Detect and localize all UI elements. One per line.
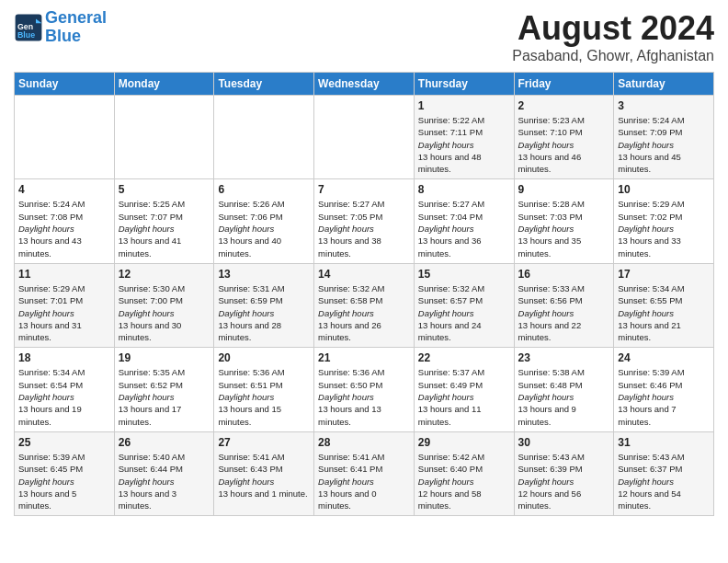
col-header-wednesday: Wednesday [314,73,415,96]
day-cell: 10 Sunrise: 5:29 AMSunset: 7:02 PMDaylig… [614,179,714,263]
day-cell: 9 Sunrise: 5:28 AMSunset: 7:03 PMDayligh… [514,179,614,263]
day-info: Sunrise: 5:30 AMSunset: 7:00 PMDaylight … [119,282,210,343]
day-number: 27 [218,436,310,449]
day-number: 21 [318,351,410,364]
day-cell: 1 Sunrise: 5:22 AMSunset: 7:11 PMDayligh… [414,96,514,179]
day-cell: 29 Sunrise: 5:42 AMSunset: 6:40 PMDaylig… [414,431,514,515]
day-number: 8 [418,183,510,196]
day-info: Sunrise: 5:24 AMSunset: 7:09 PMDaylight … [618,114,710,175]
day-cell: 5 Sunrise: 5:25 AMSunset: 7:07 PMDayligh… [114,179,214,263]
day-cell: 13 Sunrise: 5:31 AMSunset: 6:59 PMDaylig… [214,263,314,347]
day-info: Sunrise: 5:24 AMSunset: 7:08 PMDaylight … [18,198,110,259]
day-cell: 3 Sunrise: 5:24 AMSunset: 7:09 PMDayligh… [614,96,714,179]
day-info: Sunrise: 5:33 AMSunset: 6:56 PMDaylight … [518,282,610,343]
day-info: Sunrise: 5:29 AMSunset: 7:02 PMDaylight … [618,198,710,259]
day-info: Sunrise: 5:40 AMSunset: 6:44 PMDaylight … [119,451,210,511]
day-cell: 23 Sunrise: 5:38 AMSunset: 6:48 PMDaylig… [514,348,614,431]
day-number: 2 [518,99,610,112]
day-number: 16 [518,268,610,281]
day-info: Sunrise: 5:39 AMSunset: 6:46 PMDaylight … [618,366,710,427]
day-number: 15 [418,268,510,281]
day-info: Sunrise: 5:22 AMSunset: 7:11 PMDaylight … [418,114,510,175]
day-number: 25 [18,436,110,449]
day-number: 22 [418,351,510,364]
day-info: Sunrise: 5:37 AMSunset: 6:49 PMDaylight … [418,366,510,427]
col-header-tuesday: Tuesday [214,73,314,96]
day-cell: 22 Sunrise: 5:37 AMSunset: 6:49 PMDaylig… [414,348,514,431]
day-info: Sunrise: 5:34 AMSunset: 6:54 PMDaylight … [18,366,110,427]
day-info: Sunrise: 5:23 AMSunset: 7:10 PMDaylight … [518,114,610,175]
day-cell: 28 Sunrise: 5:41 AMSunset: 6:41 PMDaylig… [314,431,415,515]
day-info: Sunrise: 5:29 AMSunset: 7:01 PMDaylight … [18,282,110,343]
day-cell: 30 Sunrise: 5:43 AMSunset: 6:39 PMDaylig… [514,431,614,515]
calendar-table: SundayMondayTuesdayWednesdayThursdayFrid… [14,72,714,516]
day-info: Sunrise: 5:27 AMSunset: 7:04 PMDaylight … [418,198,510,259]
logo: Gen Blue GeneralBlue [14,9,107,46]
day-number: 23 [518,351,610,364]
day-info: Sunrise: 5:39 AMSunset: 6:45 PMDaylight … [18,451,110,511]
day-info: Sunrise: 5:35 AMSunset: 6:52 PMDaylight … [119,366,210,427]
title-block: August 2024 Pasaband, Ghowr, Afghanistan [512,9,714,64]
day-cell: 25 Sunrise: 5:39 AMSunset: 6:45 PMDaylig… [15,431,115,515]
day-number: 12 [119,268,210,281]
day-number: 9 [518,183,610,196]
day-number: 24 [618,351,710,364]
day-number: 13 [218,268,310,281]
day-info: Sunrise: 5:42 AMSunset: 6:40 PMDaylight … [418,451,510,511]
day-cell [15,96,115,179]
day-number: 5 [119,183,210,196]
day-number: 20 [218,351,310,364]
day-cell: 19 Sunrise: 5:35 AMSunset: 6:52 PMDaylig… [114,348,214,431]
day-cell: 11 Sunrise: 5:29 AMSunset: 7:01 PMDaylig… [15,263,115,347]
day-cell: 20 Sunrise: 5:36 AMSunset: 6:51 PMDaylig… [214,348,314,431]
day-info: Sunrise: 5:31 AMSunset: 6:59 PMDaylight … [218,282,310,343]
day-cell: 21 Sunrise: 5:36 AMSunset: 6:50 PMDaylig… [314,348,415,431]
day-number: 11 [18,268,110,281]
day-number: 4 [18,183,110,196]
day-number: 3 [618,99,710,112]
day-number: 17 [618,268,710,281]
week-row-1: 1 Sunrise: 5:22 AMSunset: 7:11 PMDayligh… [15,96,714,179]
day-cell [114,96,214,179]
day-number: 28 [318,436,410,449]
day-info: Sunrise: 5:36 AMSunset: 6:51 PMDaylight … [218,366,310,427]
day-cell: 16 Sunrise: 5:33 AMSunset: 6:56 PMDaylig… [514,263,614,347]
day-info: Sunrise: 5:25 AMSunset: 7:07 PMDaylight … [119,198,210,259]
col-header-saturday: Saturday [614,73,714,96]
day-cell: 15 Sunrise: 5:32 AMSunset: 6:57 PMDaylig… [414,263,514,347]
day-info: Sunrise: 5:27 AMSunset: 7:05 PMDaylight … [318,198,410,259]
day-cell: 4 Sunrise: 5:24 AMSunset: 7:08 PMDayligh… [15,179,115,263]
header-row: SundayMondayTuesdayWednesdayThursdayFrid… [15,73,714,96]
day-info: Sunrise: 5:41 AMSunset: 6:43 PMDaylight … [218,451,310,500]
col-header-friday: Friday [514,73,614,96]
day-cell: 7 Sunrise: 5:27 AMSunset: 7:05 PMDayligh… [314,179,415,263]
day-number: 26 [119,436,210,449]
day-info: Sunrise: 5:36 AMSunset: 6:50 PMDaylight … [318,366,410,427]
day-info: Sunrise: 5:43 AMSunset: 6:37 PMDaylight … [618,451,710,511]
day-cell: 14 Sunrise: 5:32 AMSunset: 6:58 PMDaylig… [314,263,415,347]
week-row-3: 11 Sunrise: 5:29 AMSunset: 7:01 PMDaylig… [15,263,714,347]
day-info: Sunrise: 5:26 AMSunset: 7:06 PMDaylight … [218,198,310,259]
week-row-2: 4 Sunrise: 5:24 AMSunset: 7:08 PMDayligh… [15,179,714,263]
logo-icon: Gen Blue [14,13,43,42]
col-header-thursday: Thursday [414,73,514,96]
day-info: Sunrise: 5:41 AMSunset: 6:41 PMDaylight … [318,451,410,511]
day-cell: 27 Sunrise: 5:41 AMSunset: 6:43 PMDaylig… [214,431,314,515]
day-cell: 18 Sunrise: 5:34 AMSunset: 6:54 PMDaylig… [15,348,115,431]
logo-text: GeneralBlue [45,9,107,46]
col-header-monday: Monday [114,73,214,96]
day-number: 19 [119,351,210,364]
day-cell: 24 Sunrise: 5:39 AMSunset: 6:46 PMDaylig… [614,348,714,431]
col-header-sunday: Sunday [15,73,115,96]
day-cell: 17 Sunrise: 5:34 AMSunset: 6:55 PMDaylig… [614,263,714,347]
week-row-4: 18 Sunrise: 5:34 AMSunset: 6:54 PMDaylig… [15,348,714,431]
location-title: Pasaband, Ghowr, Afghanistan [512,48,714,64]
day-number: 14 [318,268,410,281]
day-cell: 2 Sunrise: 5:23 AMSunset: 7:10 PMDayligh… [514,96,614,179]
day-number: 7 [318,183,410,196]
day-info: Sunrise: 5:32 AMSunset: 6:58 PMDaylight … [318,282,410,343]
day-number: 31 [618,436,710,449]
page-header: Gen Blue GeneralBlue August 2024 Pasaban… [14,9,714,64]
day-number: 10 [618,183,710,196]
day-number: 6 [218,183,310,196]
